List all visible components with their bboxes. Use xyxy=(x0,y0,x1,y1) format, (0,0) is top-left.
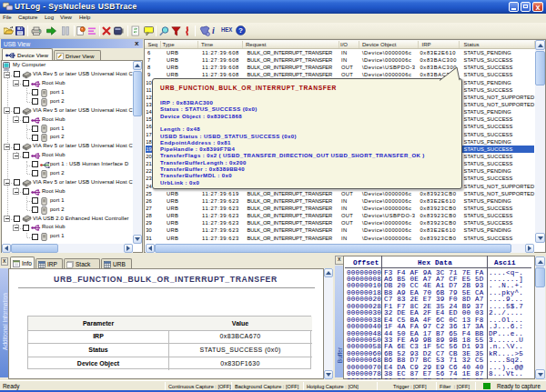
svg-text:?: ? xyxy=(238,26,243,35)
